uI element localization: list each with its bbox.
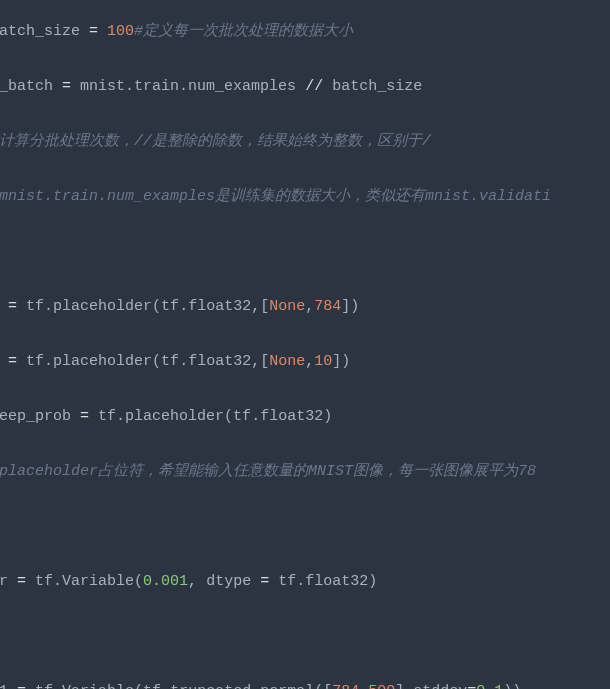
- paren: (: [152, 353, 161, 370]
- identifier: y: [0, 353, 8, 370]
- identifier: num_examples: [188, 78, 305, 95]
- identifier: batch_size: [0, 23, 89, 40]
- dot: .: [179, 353, 188, 370]
- dot: .: [53, 683, 62, 690]
- call: placeholder: [53, 353, 152, 370]
- dot: .: [179, 298, 188, 315]
- bracket: ([: [314, 683, 332, 690]
- number: 100: [107, 23, 134, 40]
- identifier: tf: [161, 353, 179, 370]
- number: 784: [332, 683, 359, 690]
- dot: .: [125, 78, 134, 95]
- identifier: lr: [0, 573, 17, 590]
- paren: (: [224, 408, 233, 425]
- identifier: keep_prob: [0, 408, 80, 425]
- bracket: ,[: [251, 353, 269, 370]
- code-editor[interactable]: batch_size = 100#定义每一次批次处理的数据大小 n_batch …: [0, 0, 610, 689]
- operator: =: [8, 298, 17, 315]
- dot: .: [179, 78, 188, 95]
- identifier: x: [0, 298, 8, 315]
- operator: =: [89, 23, 98, 40]
- dot: .: [161, 683, 170, 690]
- identifier: tf: [26, 573, 53, 590]
- identifier: W1: [0, 683, 17, 690]
- paren: (: [152, 298, 161, 315]
- paren: (: [134, 683, 143, 690]
- code-line[interactable]: W1 = tf.Variable(tf.truncated_normal([78…: [0, 678, 610, 690]
- call: truncated_normal: [170, 683, 314, 690]
- paren: ): [323, 408, 332, 425]
- operator: =: [260, 573, 269, 590]
- comma: ,: [305, 298, 314, 315]
- identifier: tf: [233, 408, 251, 425]
- identifier: tf: [26, 683, 53, 690]
- call: placeholder: [125, 408, 224, 425]
- code-line[interactable]: x = tf.placeholder(tf.float32,[None,784]…: [0, 293, 610, 321]
- number: 10: [314, 353, 332, 370]
- identifier: stddev: [413, 683, 467, 690]
- call: Variable: [62, 573, 134, 590]
- space: [98, 23, 107, 40]
- number: 0.001: [143, 573, 188, 590]
- none-literal: None: [269, 353, 305, 370]
- code-line[interactable]: y = tf.placeholder(tf.float32,[None,10]): [0, 348, 610, 376]
- comment: #计算分批处理次数，//是整除的除数，结果始终为整数，区别于/: [0, 133, 431, 150]
- dot: .: [53, 573, 62, 590]
- operator: =: [467, 683, 476, 690]
- dot: .: [296, 573, 305, 590]
- identifier: batch_size: [323, 78, 422, 95]
- comment: #placeholder占位符，希望能输入任意数量的MNIST图像，每一张图像展…: [0, 463, 536, 480]
- operator: =: [17, 573, 26, 590]
- comment: #定义每一次批次处理的数据大小: [134, 23, 353, 40]
- bracket: ]): [341, 298, 359, 315]
- none-literal: None: [269, 298, 305, 315]
- comma: ,: [305, 353, 314, 370]
- identifier: tf: [269, 573, 296, 590]
- paren: )): [503, 683, 521, 690]
- number: 0.1: [476, 683, 503, 690]
- identifier: mnist: [71, 78, 125, 95]
- operator: =: [8, 353, 17, 370]
- code-line[interactable]: n_batch = mnist.train.num_examples // ba…: [0, 73, 610, 101]
- operator: =: [62, 78, 71, 95]
- comment: #mnist.train.num_examples是训练集的数据大小，类似还有m…: [0, 188, 551, 205]
- code-line[interactable]: [0, 238, 610, 266]
- operator: =: [17, 683, 26, 690]
- identifier: float32: [260, 408, 323, 425]
- dot: .: [251, 408, 260, 425]
- bracket: ,[: [251, 298, 269, 315]
- code-line[interactable]: #mnist.train.num_examples是训练集的数据大小，类似还有m…: [0, 183, 610, 211]
- code-line[interactable]: keep_prob = tf.placeholder(tf.float32): [0, 403, 610, 431]
- dot: .: [116, 408, 125, 425]
- code-line[interactable]: #placeholder占位符，希望能输入任意数量的MNIST图像，每一张图像展…: [0, 458, 610, 486]
- code-line[interactable]: [0, 513, 610, 541]
- call: placeholder: [53, 298, 152, 315]
- dot: .: [44, 298, 53, 315]
- identifier: tf: [89, 408, 116, 425]
- operator: =: [80, 408, 89, 425]
- identifier: tf: [17, 353, 44, 370]
- bracket: ]): [332, 353, 350, 370]
- identifier: float32: [305, 573, 368, 590]
- identifier: tf: [143, 683, 161, 690]
- code-line[interactable]: #计算分批处理次数，//是整除的除数，结果始终为整数，区别于/: [0, 128, 610, 156]
- identifier: tf: [161, 298, 179, 315]
- identifier: train: [134, 78, 179, 95]
- identifier: float32: [188, 353, 251, 370]
- comma: ,: [188, 573, 197, 590]
- comma: ,: [359, 683, 368, 690]
- call: Variable: [62, 683, 134, 690]
- code-line[interactable]: [0, 623, 610, 651]
- paren: ): [368, 573, 377, 590]
- number: 784: [314, 298, 341, 315]
- paren: (: [134, 573, 143, 590]
- identifier: n_batch: [0, 78, 62, 95]
- bracket: ],: [395, 683, 413, 690]
- number: 500: [368, 683, 395, 690]
- code-line[interactable]: lr = tf.Variable(0.001, dtype = tf.float…: [0, 568, 610, 596]
- identifier: dtype: [197, 573, 260, 590]
- operator: //: [305, 78, 323, 95]
- dot: .: [44, 353, 53, 370]
- code-line[interactable]: batch_size = 100#定义每一次批次处理的数据大小: [0, 18, 610, 46]
- identifier: float32: [188, 298, 251, 315]
